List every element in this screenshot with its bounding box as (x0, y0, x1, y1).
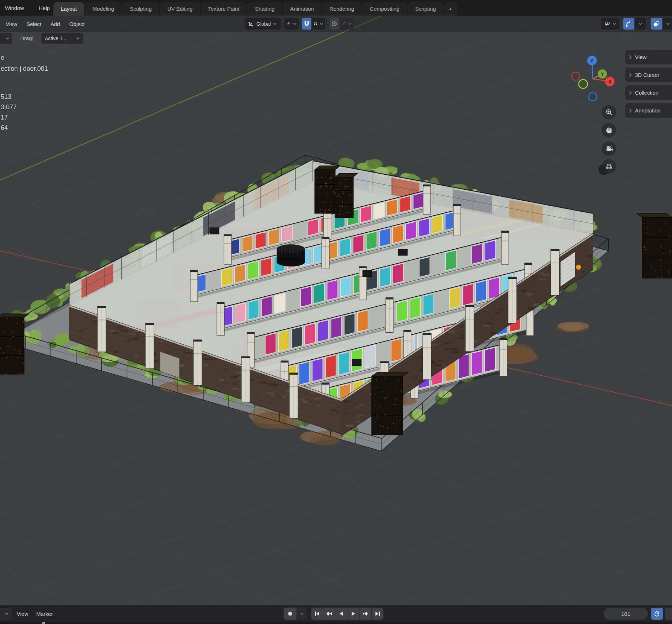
overlay-stat-vertices: 3,077 (1, 104, 17, 111)
hand-icon (605, 126, 613, 134)
pivot-point-dropdown[interactable] (284, 18, 299, 30)
proportional-editing-icon (331, 21, 337, 27)
keyframe-prev-icon (326, 611, 332, 616)
drag-mode-value: Active T... (45, 36, 66, 41)
current-frame-field[interactable]: 101 (604, 608, 648, 620)
chevron-right-icon (629, 91, 632, 95)
tab-texture-paint[interactable]: Texture Paint (201, 2, 247, 16)
camera-view-button[interactable] (602, 141, 616, 156)
tab-sculpting[interactable]: Sculpting (122, 2, 159, 16)
tab-uv-editing[interactable]: UV Editing (160, 2, 200, 16)
svg-text:X: X (608, 79, 612, 84)
gizmo-axis-neg-x[interactable] (572, 72, 580, 80)
current-frame-value: 101 (621, 611, 630, 617)
tab-scripting[interactable]: Scripting (407, 2, 443, 16)
chevron-down-icon (666, 23, 670, 25)
jump-to-start-button[interactable] (311, 608, 323, 620)
tab-animation[interactable]: Animation (283, 2, 321, 16)
navigation-gizmo[interactable]: Z Y X (566, 46, 619, 106)
chevron-down-icon (76, 37, 80, 39)
gizmo-axis-z[interactable]: Z (587, 56, 597, 65)
play-reverse-icon (339, 611, 344, 616)
falloff-curve-icon (342, 21, 346, 26)
overlays-dropdown[interactable] (663, 18, 672, 30)
drag-mode-dropdown[interactable]: Active T... (41, 33, 83, 44)
overlay-view-name: e (1, 54, 4, 62)
camera-icon (605, 144, 613, 153)
add-workspace-button[interactable]: + (444, 2, 457, 16)
eye-visibility-icon (604, 21, 610, 27)
timeline-editor-header: View Marker 101 (0, 605, 672, 622)
jump-to-end-button[interactable] (372, 608, 383, 620)
jump-to-end-icon (375, 611, 380, 616)
overlay-stat-objects: 513 (1, 93, 11, 101)
grid-perspective-icon (605, 162, 613, 171)
jump-keyframe-next-button[interactable] (359, 608, 371, 620)
chevron-down-icon (5, 613, 9, 615)
menu-view[interactable]: View (6, 21, 17, 27)
drag-label: Drag: (20, 35, 33, 41)
proportional-falloff-dropdown[interactable] (340, 18, 354, 30)
gizmo-dropdown[interactable] (635, 18, 646, 30)
tool-settings-row: Drag: Active T... (0, 33, 672, 44)
gizmo-axis-neg-y[interactable] (579, 80, 588, 89)
chevron-right-icon (629, 73, 632, 77)
orientation-label: Global (256, 21, 271, 27)
tool-dropdown-cut[interactable] (0, 33, 12, 44)
play-reverse-button[interactable] (335, 608, 347, 620)
topbar: Window Help Layout Modeling Sculpting UV… (0, 0, 672, 16)
menu-window[interactable]: Window (3, 4, 26, 12)
tab-rendering[interactable]: Rendering (322, 2, 362, 16)
show-gizmo-toggle[interactable] (623, 18, 634, 30)
timeline-menu-marker[interactable]: Marker (36, 605, 53, 622)
chevron-down-icon (273, 23, 277, 25)
frame-range-field-cut[interactable] (665, 608, 672, 620)
chevron-down-icon (639, 23, 642, 25)
menu-help[interactable]: Help (37, 4, 52, 12)
menu-select[interactable]: Select (26, 21, 41, 27)
pan-button[interactable] (602, 123, 616, 137)
overlays-icon (653, 21, 660, 27)
overlay-active-object: ection | door.001 (1, 65, 48, 73)
record-circle-icon (288, 611, 293, 616)
menu-object[interactable]: Object (69, 21, 85, 27)
proportional-editing-toggle[interactable] (330, 18, 339, 30)
menu-add[interactable]: Add (50, 21, 60, 27)
chevron-right-icon (629, 55, 632, 59)
gizmo-axis-x[interactable]: X (605, 77, 615, 86)
jump-keyframe-prev-button[interactable] (323, 608, 335, 620)
play-button[interactable] (347, 608, 359, 620)
sidebar-tab-3d-cursor[interactable]: 3D Cursor (625, 68, 672, 82)
tab-shading[interactable]: Shading (247, 2, 282, 16)
auto-keying-record-button[interactable] (284, 608, 297, 620)
editor-type-dropdown[interactable] (0, 608, 12, 619)
tab-compositing[interactable]: Compositing (362, 2, 407, 16)
tab-layout[interactable]: Layout (53, 2, 84, 16)
chevron-down-icon (293, 23, 297, 25)
snap-target-icon (314, 21, 317, 26)
sidebar-tab-collection[interactable]: Collection (625, 85, 672, 100)
gizmo-axis-y[interactable]: Y (598, 69, 607, 79)
sidebar-tab-view[interactable]: View (625, 50, 672, 64)
gizmo-axis-neg-z[interactable] (589, 93, 597, 101)
keying-dropdown[interactable] (297, 608, 307, 620)
zoom-icon (605, 108, 613, 117)
pivot-point-icon (287, 21, 290, 27)
show-object-types-dropdown[interactable] (601, 18, 619, 30)
transform-orientation-dropdown[interactable]: Global (245, 18, 281, 30)
chevron-right-icon (629, 109, 632, 113)
tab-modeling[interactable]: Modeling (85, 2, 122, 16)
show-overlays-toggle[interactable] (651, 18, 662, 30)
stopwatch-icon (654, 610, 660, 617)
snap-toggle-magnet-button[interactable] (302, 18, 311, 30)
zoom-button[interactable] (602, 105, 616, 120)
preview-range-stopwatch-button[interactable] (651, 608, 663, 620)
keyframe-next-icon (362, 611, 368, 616)
timeline-menu-view[interactable]: View (17, 605, 28, 622)
timeline-track-strip[interactable] (0, 622, 672, 624)
jump-to-start-icon (314, 611, 320, 616)
sidebar-tab-annotation[interactable]: Annotation (625, 103, 672, 118)
toggle-ortho-button[interactable] (602, 159, 616, 174)
keyframe-marker (42, 622, 45, 624)
snap-with-dropdown[interactable] (312, 18, 325, 30)
